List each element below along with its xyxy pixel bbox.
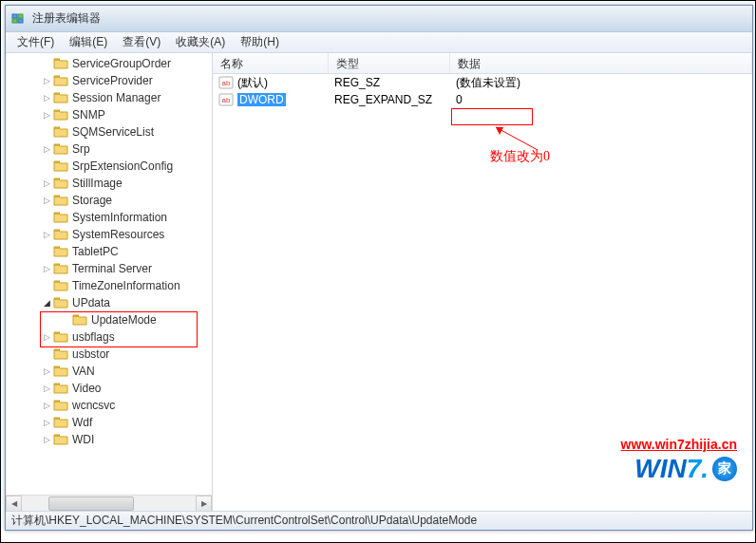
string-value-icon: ab [218, 75, 234, 90]
expander-icon[interactable]: ▷ [42, 332, 51, 342]
tree-label: SQMServiceList [72, 125, 154, 139]
tree-item-updatemode[interactable]: UpdateMode [6, 311, 212, 328]
tree-label: SNMP [72, 108, 105, 122]
folder-icon [53, 142, 68, 156]
expander-icon[interactable]: ▷ [42, 196, 51, 205]
tree-item-sqmservicelist[interactable]: SQMServiceList [6, 123, 212, 140]
expander-icon[interactable]: ▷ [42, 435, 51, 444]
tree-item-van[interactable]: ▷VAN [6, 363, 212, 380]
menu-help[interactable]: 帮助(H) [233, 32, 287, 52]
expander-icon[interactable]: ▷ [42, 230, 51, 239]
tree-label: usbflags [72, 330, 115, 344]
tree-item-wdf[interactable]: ▷Wdf [6, 414, 212, 431]
menu-favorites[interactable]: 收藏夹(A) [168, 32, 233, 52]
folder-icon [53, 74, 68, 87]
folder-icon [53, 433, 68, 446]
tree-label: SystemResources [72, 228, 164, 241]
folder-icon [53, 262, 68, 275]
tree-label: Video [72, 382, 101, 395]
folder-icon [53, 399, 68, 412]
tree-item-usbstor[interactable]: usbstor [6, 346, 212, 363]
tree-item-srp[interactable]: ▷Srp [6, 140, 212, 158]
tree-item-snmp[interactable]: ▷SNMP [6, 106, 212, 123]
menu-edit[interactable]: 编辑(E) [62, 32, 115, 52]
tree-label: TabletPC [72, 245, 119, 258]
expander-icon[interactable]: ▷ [42, 110, 51, 120]
expander-icon[interactable]: ▷ [42, 401, 51, 410]
header-name[interactable]: 名称 [213, 53, 329, 73]
expander-icon[interactable]: ▷ [42, 93, 51, 103]
folder-icon [53, 382, 68, 395]
value-row[interactable]: ab(默认)REG_SZ(数值未设置) [213, 74, 752, 91]
tree-item-usbflags[interactable]: ▷usbflags [6, 328, 212, 346]
tree-item-systeminformation[interactable]: SystemInformation [6, 209, 212, 226]
expander-icon[interactable]: ▷ [42, 76, 51, 85]
tree-label: Srp [72, 142, 90, 156]
tree-item-tabletpc[interactable]: TabletPC [6, 243, 212, 260]
content-area: ServiceGroupOrder▷ServiceProvider▷Sessio… [6, 53, 752, 511]
menu-file[interactable]: 文件(F) [9, 32, 62, 52]
expander-icon[interactable]: ▷ [42, 418, 51, 427]
header-type[interactable]: 类型 [329, 53, 450, 73]
folder-icon [53, 194, 68, 207]
expander-icon [42, 247, 51, 256]
folder-icon [53, 125, 68, 139]
value-row[interactable]: abDWORDREG_EXPAND_SZ0 [213, 91, 752, 108]
value-data-cell: 0 [450, 93, 752, 106]
folder-icon [53, 57, 68, 70]
expander-icon[interactable]: ▷ [42, 366, 51, 376]
svg-text:ab: ab [222, 79, 231, 87]
expander-icon[interactable]: ▷ [42, 178, 51, 188]
svg-line-8 [496, 127, 538, 150]
tree-item-video[interactable]: ▷Video [6, 380, 212, 397]
tree-item-wdi[interactable]: ▷WDI [6, 431, 212, 448]
statusbar: 计算机\HKEY_LOCAL_MACHINE\SYSTEM\CurrentCon… [6, 511, 752, 530]
watermark: www.win7zhijia.cn WIN7. 家 [621, 437, 737, 484]
header-data[interactable]: 数据 [450, 53, 752, 73]
tree-item-terminal-server[interactable]: ▷Terminal Server [6, 260, 212, 277]
menu-view[interactable]: 查看(V) [115, 32, 168, 52]
watermark-badge-icon: 家 [712, 457, 737, 481]
folder-icon [53, 416, 68, 429]
values-panel: 名称 类型 数据 ab(默认)REG_SZ(数值未设置)abDWORDREG_E… [213, 53, 752, 511]
folder-icon [72, 313, 87, 327]
window-title: 注册表编辑器 [32, 10, 101, 27]
tree-item-session-manager[interactable]: ▷Session Manager [6, 89, 212, 106]
folder-icon [53, 279, 68, 292]
tree-label: wcncsvc [72, 399, 115, 412]
scroll-left-button[interactable]: ◀ [6, 496, 22, 512]
tree-item-systemresources[interactable]: ▷SystemResources [6, 226, 212, 243]
tree-item-storage[interactable]: ▷Storage [6, 192, 212, 209]
horizontal-scrollbar[interactable]: ◀ ▶ [6, 495, 212, 511]
menubar: 文件(F) 编辑(E) 查看(V) 收藏夹(A) 帮助(H) [6, 32, 752, 53]
tree-item-serviceprovider[interactable]: ▷ServiceProvider [6, 72, 212, 89]
scroll-thumb[interactable] [48, 496, 134, 511]
expander-icon [42, 59, 51, 68]
annotation-text: 数值改为0 [490, 148, 550, 165]
tree-item-servicegrouporder[interactable]: ServiceGroupOrder [6, 55, 212, 72]
tree-item-timezoneinformation[interactable]: TimeZoneInformation [6, 277, 212, 294]
folder-icon [53, 330, 68, 344]
expander-icon[interactable]: ▷ [42, 264, 51, 273]
tree-item-updata[interactable]: ◢UPdata [6, 294, 212, 311]
folder-icon [53, 211, 68, 224]
expander-icon[interactable]: ◢ [42, 298, 51, 308]
logo-prefix: WIN [634, 454, 686, 484]
expander-icon[interactable]: ▷ [42, 144, 51, 154]
value-name-cell: ab(默认) [213, 75, 329, 91]
titlebar: 注册表编辑器 [6, 6, 752, 32]
expander-icon[interactable]: ▷ [42, 384, 51, 393]
scroll-right-button[interactable]: ▶ [196, 496, 212, 512]
svg-rect-3 [18, 19, 23, 23]
expander-icon [61, 315, 70, 325]
svg-text:ab: ab [222, 96, 231, 104]
svg-rect-2 [12, 19, 17, 23]
tree-item-stillimage[interactable]: ▷StillImage [6, 175, 212, 192]
tree-label: VAN [72, 365, 95, 378]
watermark-logo: WIN7. 家 [621, 454, 737, 484]
tree-label: TimeZoneInformation [72, 279, 180, 292]
value-data-cell: (数值未设置) [450, 75, 752, 91]
tree-panel: ServiceGroupOrder▷ServiceProvider▷Sessio… [6, 53, 213, 511]
tree-item-srpextensionconfig[interactable]: SrpExtensionConfig [6, 158, 212, 175]
tree-item-wcncsvc[interactable]: ▷wcncsvc [6, 397, 212, 414]
